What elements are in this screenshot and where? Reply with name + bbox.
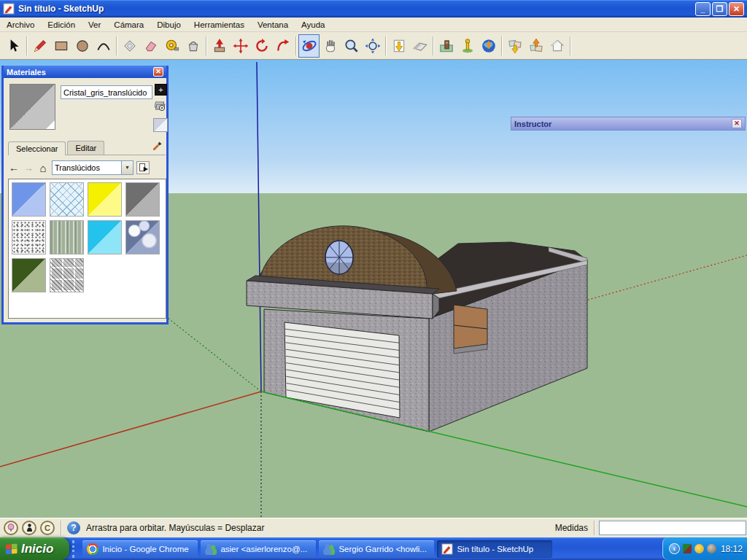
paint-bucket-button[interactable]	[182, 34, 204, 58]
title-bar: Sin título - SketchUp _ ❐ ✕	[0, 0, 747, 18]
tab-editar[interactable]: Editar	[67, 141, 104, 155]
status-separator	[61, 521, 61, 535]
zoom-icon	[344, 38, 360, 54]
translucent-fold-icon	[46, 120, 55, 129]
menu-archivo[interactable]: Archivo	[0, 19, 41, 31]
follow-me-button[interactable]	[272, 34, 293, 58]
material-swatch-gray[interactable]	[125, 182, 160, 217]
model-building-button[interactable]	[457, 34, 478, 58]
tray-clock[interactable]: 18:12	[721, 544, 743, 554]
get-models-icon	[507, 38, 523, 54]
material-name-input[interactable]	[61, 85, 152, 99]
place-model-button[interactable]	[436, 34, 457, 58]
zoom-tool-button[interactable]	[341, 34, 362, 58]
toolbar-separator	[295, 36, 296, 55]
instructor-close-icon[interactable]: ✕	[732, 119, 742, 128]
material-swatch-glassblocks[interactable]	[50, 258, 84, 292]
zoom-extents-button[interactable]	[362, 34, 383, 58]
toolbar-separator	[116, 36, 117, 55]
tape-measure-button[interactable]	[161, 34, 182, 58]
get-current-view-button[interactable]	[388, 34, 409, 58]
material-preview-swatch	[9, 84, 55, 130]
sketchup-window: Sin título - SketchUp _ ❐ ✕ Archivo Edic…	[0, 0, 747, 560]
material-swatch-cyan[interactable]	[88, 220, 122, 254]
material-swatch-blue[interactable]	[12, 182, 46, 217]
line-tool-button[interactable]	[29, 34, 50, 58]
details-button[interactable]: ▶	[136, 161, 150, 174]
toolbar-separator	[206, 36, 206, 55]
back-material-swatch[interactable]	[153, 118, 168, 132]
warehouse-button[interactable]	[546, 34, 568, 58]
tray-icon-messenger[interactable]	[694, 544, 704, 553]
material-swatch-ribbed[interactable]	[50, 220, 84, 254]
share-models-button[interactable]	[525, 34, 546, 58]
secondary-pane-button[interactable]	[155, 101, 167, 112]
toolbar-separator	[26, 36, 27, 55]
get-models-button[interactable]	[504, 34, 525, 58]
materials-panel[interactable]: Materiales ✕ + Seleccionar Editar ←	[1, 66, 169, 324]
material-swatch-cloudy[interactable]	[125, 220, 160, 254]
dropdown-arrow-icon[interactable]: ▼	[121, 161, 133, 174]
google-earth-icon	[481, 38, 497, 54]
task-sketchup[interactable]: Sin título - SketchUp	[437, 540, 552, 558]
arc-tool-button[interactable]	[93, 34, 114, 58]
measures-input[interactable]	[599, 521, 746, 535]
geolocation-button[interactable]	[4, 521, 18, 535]
make-component-icon	[122, 38, 138, 54]
nav-back-icon[interactable]: ←	[8, 162, 20, 174]
toggle-terrain-icon	[412, 38, 428, 54]
hide-icons-button[interactable]: ‹	[669, 543, 680, 554]
google-earth-button[interactable]	[478, 34, 499, 58]
orbit-tool-button[interactable]	[298, 34, 320, 58]
rectangle-tool-button[interactable]	[50, 34, 71, 58]
toggle-terrain-button[interactable]	[409, 34, 430, 58]
tray-icon-1[interactable]	[683, 544, 692, 553]
restore-button[interactable]: ❐	[712, 2, 727, 16]
create-material-button[interactable]: +	[155, 84, 167, 96]
tape-measure-icon	[164, 38, 180, 54]
push-pull-button[interactable]	[209, 34, 230, 58]
task-label: Sin título - SketchUp	[457, 545, 533, 553]
quick-launch-handle[interactable]	[72, 540, 80, 558]
material-swatch-darkgreen[interactable]	[12, 258, 46, 292]
material-swatch-speckled[interactable]	[12, 220, 46, 254]
sample-paint-button[interactable]	[152, 139, 163, 152]
circle-tool-button[interactable]	[71, 34, 93, 58]
menu-ver[interactable]: Ver	[82, 19, 107, 31]
home-icon[interactable]: ⌂	[37, 162, 49, 174]
tray-icon-volume[interactable]	[707, 544, 716, 553]
materials-close-icon[interactable]: ✕	[153, 67, 163, 77]
eraser-tool-button[interactable]	[140, 34, 161, 58]
select-tool-button[interactable]	[3, 34, 24, 58]
attribution-button[interactable]	[22, 521, 36, 535]
rotate-tool-button[interactable]	[251, 34, 272, 58]
close-button[interactable]: ✕	[729, 2, 744, 16]
materials-title-bar[interactable]: Materiales ✕	[4, 66, 166, 78]
menu-herramientas[interactable]: Herramientas	[187, 19, 251, 31]
share-models-icon	[528, 38, 544, 54]
make-component-button[interactable]	[119, 34, 140, 58]
instructor-window[interactable]: Instructor ✕	[511, 117, 746, 131]
zoom-extents-icon	[365, 38, 381, 54]
task-chrome[interactable]: Inicio - Google Chrome	[82, 540, 198, 558]
move-tool-button[interactable]	[230, 34, 251, 58]
menu-ayuda[interactable]: Ayuda	[295, 19, 331, 31]
claim-credit-button[interactable]: C	[40, 521, 55, 535]
menu-edicion[interactable]: Edición	[41, 19, 82, 31]
material-swatch-lattice[interactable]	[50, 182, 84, 217]
nav-forward-icon[interactable]: →	[23, 162, 34, 174]
material-swatch-yellow[interactable]	[88, 182, 122, 217]
pan-tool-button[interactable]	[320, 34, 341, 58]
eyedropper-icon	[152, 139, 163, 150]
task-messenger-asier[interactable]: asier <asierlorenzo@...	[201, 540, 316, 558]
task-messenger-sergio[interactable]: Sergio Garrido <howli...	[319, 540, 434, 558]
sketchup-app-icon	[3, 3, 15, 15]
minimize-button[interactable]: _	[695, 2, 711, 16]
menu-camara[interactable]: Cámara	[107, 19, 150, 31]
menu-ventana[interactable]: Ventana	[251, 19, 295, 31]
collection-dropdown[interactable]: Translúcidos ▼	[52, 160, 133, 175]
menu-dibujo[interactable]: Dibujo	[150, 19, 187, 31]
paint-bucket-icon	[185, 38, 201, 54]
tab-seleccionar[interactable]: Seleccionar	[8, 141, 66, 155]
start-button[interactable]: Inicio	[0, 537, 69, 560]
